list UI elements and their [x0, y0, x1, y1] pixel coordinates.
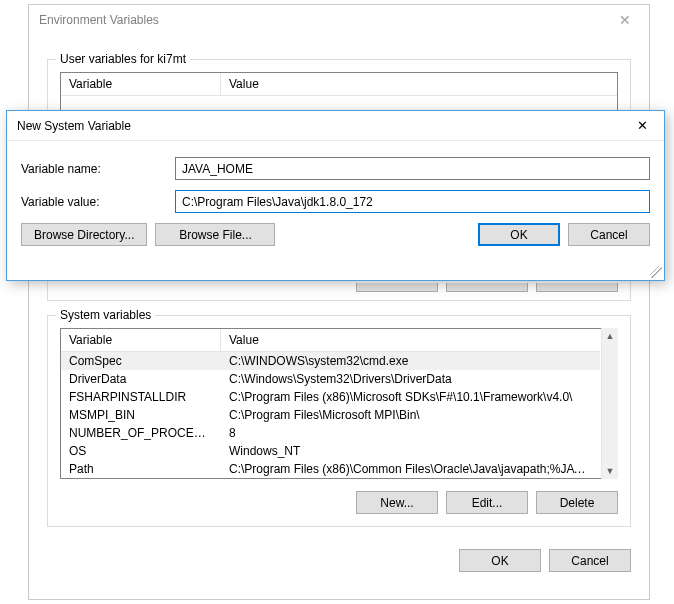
vertical-scrollbar[interactable]: ▲ ▼ [601, 328, 618, 479]
edit-button-partial [446, 283, 528, 292]
nsv-close-button[interactable]: ✕ [620, 111, 664, 140]
env-titlebar: Environment Variables ✕ [29, 5, 649, 35]
table-row[interactable]: OSWindows_NT [61, 442, 600, 460]
cell-variable: ComSpec [61, 353, 221, 369]
sys-group-legend: System variables [56, 308, 155, 322]
env-cancel-button[interactable]: Cancel [549, 549, 631, 572]
browse-directory-button[interactable]: Browse Directory... [21, 223, 147, 246]
cell-variable: NUMBER_OF_PROCESSORS [61, 425, 221, 441]
col-variable[interactable]: Variable [61, 73, 221, 95]
resize-grip-icon[interactable] [650, 266, 662, 278]
system-variables-group: System variables Variable Value ComSpecC… [47, 315, 631, 527]
table-row[interactable]: MSMPI_BINC:\Program Files\Microsoft MPI\… [61, 406, 600, 424]
cell-value: C:\Program Files (x86)\Common Files\Orac… [221, 461, 600, 477]
cell-variable: Path [61, 461, 221, 477]
table-header: Variable Value [61, 329, 600, 352]
table-row[interactable]: DriverDataC:\Windows\System32\Drivers\Dr… [61, 370, 600, 388]
cell-value: C:\Program Files\Microsoft MPI\Bin\ [221, 407, 600, 423]
close-icon: ✕ [637, 118, 648, 133]
user-vars-body [61, 96, 617, 110]
nsv-title: New System Variable [17, 119, 131, 133]
variable-value-label: Variable value: [21, 195, 175, 209]
env-window-title: Environment Variables [39, 13, 159, 27]
sys-new-button[interactable]: New... [356, 491, 438, 514]
cell-value: C:\Windows\System32\Drivers\DriverData [221, 371, 600, 387]
variable-name-input[interactable] [175, 157, 650, 180]
close-icon[interactable]: ✕ [611, 5, 639, 35]
cell-variable: DriverData [61, 371, 221, 387]
cell-variable: OS [61, 443, 221, 459]
table-row[interactable]: ComSpecC:\WINDOWS\system32\cmd.exe [61, 352, 600, 370]
col-value[interactable]: Value [221, 329, 600, 351]
table-row[interactable]: NUMBER_OF_PROCESSORS8 [61, 424, 600, 442]
nsv-cancel-button[interactable]: Cancel [568, 223, 650, 246]
environment-variables-window: Environment Variables ✕ User variables f… [28, 4, 650, 600]
table-header: Variable Value [61, 73, 617, 96]
nsv-ok-button[interactable]: OK [478, 223, 560, 246]
user-buttons-partial [60, 283, 618, 292]
cell-value: 8 [221, 425, 600, 441]
sys-vars-body: ComSpecC:\WINDOWS\system32\cmd.exeDriver… [61, 352, 600, 478]
env-ok-button[interactable]: OK [459, 549, 541, 572]
nsv-titlebar[interactable]: New System Variable ✕ [7, 111, 664, 141]
col-variable[interactable]: Variable [61, 329, 221, 351]
table-row[interactable]: PathC:\Program Files (x86)\Common Files\… [61, 460, 600, 478]
delete-button-partial [536, 283, 618, 292]
cell-value: C:\Program Files (x86)\Microsoft SDKs\F#… [221, 389, 600, 405]
scroll-up-icon[interactable]: ▲ [606, 328, 615, 344]
user-variables-table[interactable]: Variable Value [60, 72, 618, 111]
cell-variable: MSMPI_BIN [61, 407, 221, 423]
variable-name-label: Variable name: [21, 162, 175, 176]
scroll-down-icon[interactable]: ▼ [606, 463, 615, 479]
cell-variable: FSHARPINSTALLDIR [61, 389, 221, 405]
col-value[interactable]: Value [221, 73, 617, 95]
table-row[interactable]: FSHARPINSTALLDIRC:\Program Files (x86)\M… [61, 388, 600, 406]
new-button-partial [356, 283, 438, 292]
user-group-legend: User variables for ki7mt [56, 52, 190, 66]
cell-value: Windows_NT [221, 443, 600, 459]
variable-value-input[interactable] [175, 190, 650, 213]
cell-value: C:\WINDOWS\system32\cmd.exe [221, 353, 600, 369]
new-system-variable-dialog: New System Variable ✕ Variable name: Var… [6, 110, 665, 281]
browse-file-button[interactable]: Browse File... [155, 223, 275, 246]
sys-edit-button[interactable]: Edit... [446, 491, 528, 514]
sys-delete-button[interactable]: Delete [536, 491, 618, 514]
system-variables-table[interactable]: Variable Value ComSpecC:\WINDOWS\system3… [60, 328, 618, 479]
